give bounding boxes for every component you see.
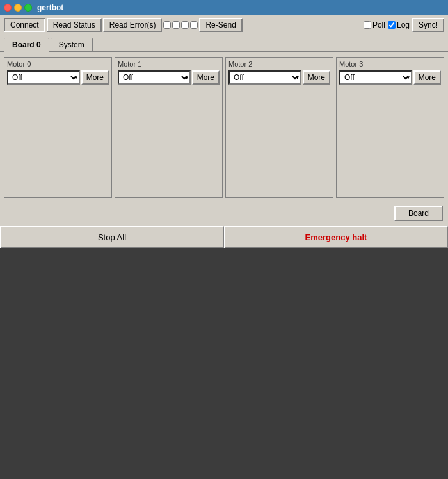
motor-3-more-btn[interactable]: More — [413, 70, 441, 85]
resend-check2[interactable] — [172, 21, 180, 29]
maximize-window-btn[interactable] — [24, 4, 32, 12]
motor-3-label: Motor 3 — [339, 60, 441, 68]
motor-1-select-wrapper: Off PWM Step — [118, 70, 191, 85]
motors-area: Motor 0 Off PWM Step More Motor 1 Off — [0, 52, 448, 203]
motor-2-select[interactable]: Off PWM Step — [228, 70, 301, 85]
main-toolbar: Connect Read Status Read Error(s) Re-Sen… — [0, 15, 448, 35]
motor-panel-0: Motor 0 Off PWM Step More — [4, 57, 112, 198]
resend-check4[interactable] — [190, 21, 198, 29]
motor-panel-2: Motor 2 Off PWM Step More — [225, 57, 333, 198]
window-controls — [4, 4, 32, 12]
motor-panel-1: Motor 1 Off PWM Step More — [115, 57, 223, 198]
connect-button[interactable]: Connect — [4, 18, 45, 32]
tab-board0[interactable]: Board 0 — [4, 38, 49, 52]
action-row: Stop All Emergency halt — [0, 226, 448, 248]
motor-1-row: Off PWM Step More — [118, 70, 220, 85]
main-window: gertbot Connect Read Status Read Error(s… — [0, 0, 448, 248]
main-title-bar: gertbot — [0, 0, 448, 15]
motor-2-more-btn[interactable]: More — [303, 70, 330, 85]
motor-1-label: Motor 1 — [118, 60, 220, 68]
motor-0-label: Motor 0 — [7, 60, 109, 68]
poll-label: Poll — [364, 20, 385, 29]
motor-3-row: Off PWM Step More — [339, 70, 441, 85]
log-checkbox[interactable] — [388, 21, 396, 29]
read-errors-button[interactable]: Read Error(s) — [103, 18, 163, 32]
motor-panel-3: Motor 3 Off PWM Step More — [336, 57, 444, 198]
stop-all-button[interactable]: Stop All — [0, 226, 224, 248]
resend-checkboxes — [163, 21, 198, 29]
close-window-btn[interactable] — [4, 4, 12, 12]
motor-2-label: Motor 2 — [228, 60, 330, 68]
motor-0-select-wrapper: Off PWM Step — [7, 70, 80, 85]
resend-button[interactable]: Re-Send — [199, 18, 242, 32]
minimize-window-btn[interactable] — [14, 4, 22, 12]
window-title: gertbot — [37, 3, 63, 12]
motor-2-select-wrapper: Off PWM Step — [228, 70, 301, 85]
motor-0-more-btn[interactable]: More — [81, 70, 109, 85]
board-button[interactable]: Board — [394, 206, 443, 221]
motor-0-select[interactable]: Off PWM Step — [7, 70, 80, 85]
emergency-halt-button[interactable]: Emergency halt — [224, 226, 448, 248]
toolbar-right: Poll Log Sync! — [364, 18, 444, 32]
sync-button[interactable]: Sync! — [412, 18, 444, 32]
tabs-row: Board 0 System — [0, 35, 448, 52]
motor-1-more-btn[interactable]: More — [192, 70, 220, 85]
log-label: Log — [388, 20, 410, 29]
motor-3-select-wrapper: Off PWM Step — [339, 70, 412, 85]
poll-checkbox[interactable] — [364, 21, 371, 29]
resend-check1[interactable] — [163, 21, 171, 29]
board-btn-area: Board — [0, 203, 448, 226]
motor-3-select[interactable]: Off PWM Step — [339, 70, 412, 85]
motor-2-row: Off PWM Step More — [228, 70, 330, 85]
motor-0-row: Off PWM Step More — [7, 70, 109, 85]
tab-system[interactable]: System — [51, 38, 93, 51]
read-status-button[interactable]: Read Status — [47, 18, 102, 32]
motor-1-select[interactable]: Off PWM Step — [118, 70, 191, 85]
resend-check3[interactable] — [181, 21, 189, 29]
